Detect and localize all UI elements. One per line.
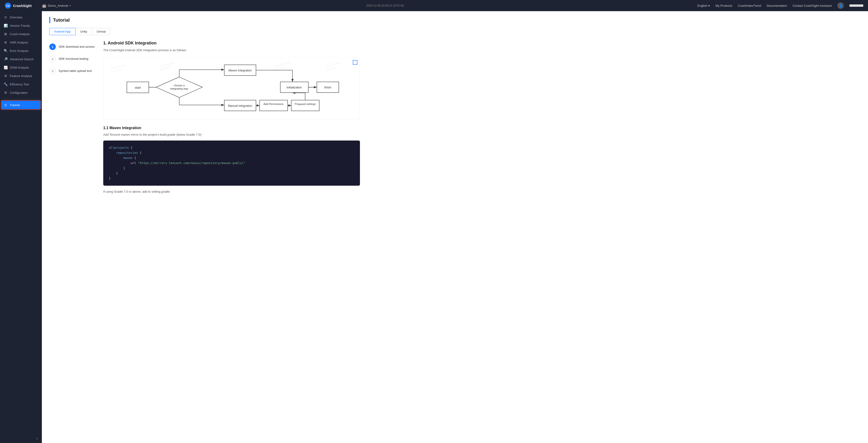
- error-analysis-icon: 🔍: [4, 49, 7, 53]
- header-nav-links: English ▾ My Products CrashIndexTrend Do…: [697, 2, 863, 9]
- sidebar-item-version-trends[interactable]: 📊 Version Trends: [0, 21, 42, 30]
- my-products-link[interactable]: My Products: [715, 4, 732, 7]
- svg-rect-21: [259, 100, 287, 111]
- code-block-maven: allprojects { repositories { maven { url…: [103, 141, 360, 186]
- svg-rect-4: [353, 60, 357, 64]
- sidebar-item-feature-analysis[interactable]: ⚙ Feature Analysis: [0, 72, 42, 80]
- step-3-circle: 3: [49, 68, 56, 74]
- svg-text:Add Permissions: Add Permissions: [264, 102, 284, 106]
- crash-index-trend-link[interactable]: CrashIndexTrend: [738, 4, 761, 7]
- tab-android-app[interactable]: Android App: [49, 28, 75, 35]
- user-icon: 👤: [839, 4, 843, 7]
- documentation-link[interactable]: Documentation: [767, 4, 787, 7]
- logo-area: CS CrashSight: [5, 2, 32, 9]
- project-selector[interactable]: 🤖 Demo_Android ▾: [40, 3, 73, 9]
- below-code-text: If using Gradle 7.0 or above, add to set…: [103, 189, 360, 194]
- svg-text:finish: finish: [324, 86, 331, 89]
- android-icon: 🤖: [42, 3, 46, 8]
- sidebar-item-label: Advanced Search: [10, 57, 34, 61]
- sidebar-item-advanced-search[interactable]: 🔎 Advanced Search: [0, 55, 42, 63]
- step-2-circle: 2: [49, 56, 56, 62]
- flowchart-container: qingtianma(16353) qingtianma(16353) qing…: [103, 57, 360, 119]
- content-area: Tutorial Android App Unity Unreal 1: [42, 11, 868, 443]
- step-2-label: SDK functional testing: [59, 56, 88, 61]
- timestamp: 2023-12-08 10:28:21 (UTC+8): [78, 4, 693, 7]
- sidebar-item-crash-analysis[interactable]: ⊠ Crash Analysis: [0, 30, 42, 38]
- tabs-bar: Android App Unity Unreal: [49, 28, 360, 35]
- sidebar-item-label: Efficiency Tool: [10, 83, 29, 86]
- feature-analysis-icon: ⚙: [4, 74, 7, 78]
- section1-desc: The CrashSight Android SDK integration p…: [103, 48, 360, 53]
- configuration-icon: ⚙: [4, 91, 7, 94]
- svg-text:integrating way: integrating way: [170, 87, 188, 90]
- sidebar-item-oom-analysis[interactable]: 📈 OOM Analysis: [0, 63, 42, 72]
- sidebar-item-configuration[interactable]: ⚙ Configuration: [0, 88, 42, 97]
- sidebar-item-anr-analysis[interactable]: ⊗ ANR Analysis: [0, 38, 42, 47]
- sidebar-item-label: ANR Analysis: [10, 41, 28, 44]
- version-trends-icon: 📊: [4, 24, 7, 27]
- project-name: Demo_Android: [48, 4, 68, 7]
- svg-text:Manual Integration: Manual Integration: [228, 104, 252, 107]
- logo-text: CrashSight: [13, 4, 32, 8]
- step-1-circle: 1: [49, 43, 56, 50]
- sidebar-item-label: Error Analysis: [10, 49, 28, 53]
- contact-assistant-link[interactable]: Contact CrashSight Assistant: [793, 4, 832, 7]
- step-1[interactable]: 1 SDK download and access: [49, 41, 96, 53]
- step-3[interactable]: 3 Symbol table upload tool: [49, 65, 96, 77]
- sidebar-item-tutorial[interactable]: ⊙ Tutorial: [1, 101, 40, 109]
- svg-rect-24: [291, 100, 319, 111]
- tutorial-content: 1 SDK download and access 2 SDK function…: [49, 41, 360, 199]
- svg-text:Maven Integration: Maven Integration: [228, 69, 252, 72]
- flowchart-svg: start choose a integrating way: [108, 62, 355, 114]
- step-3-label: Symbol table upload tool: [59, 68, 92, 73]
- sidebar-item-label: Tutorial: [10, 103, 20, 107]
- sidebar-item-error-analysis[interactable]: 🔍 Error Analysis: [0, 47, 42, 55]
- sidebar-collapse-button[interactable]: K: [0, 434, 42, 443]
- page-title-bar: Tutorial: [49, 17, 360, 23]
- sidebar-item-label: Feature Analysis: [10, 74, 32, 78]
- sidebar-item-efficiency-tool[interactable]: 🔧 Efficiency Tool: [0, 80, 42, 88]
- subsection1-title: 1.1 Maven Integration: [103, 126, 360, 130]
- page-title: Tutorial: [53, 18, 70, 23]
- sidebar-item-label: Overview: [10, 16, 22, 19]
- anr-analysis-icon: ⊗: [4, 40, 7, 44]
- tab-unreal[interactable]: Unreal: [92, 28, 110, 35]
- step-1-label: SDK download and access: [59, 43, 95, 49]
- sidebar-item-label: Crash Analysis: [10, 32, 30, 36]
- top-header: CS CrashSight 🤖 Demo_Android ▾ 2023-12-0…: [0, 0, 868, 11]
- svg-text:CS: CS: [6, 4, 9, 7]
- svg-text:start: start: [135, 86, 141, 89]
- tutorial-main: 1. Android SDK Integration The CrashSigh…: [103, 41, 360, 199]
- sidebar-item-label: Configuration: [10, 91, 28, 94]
- overview-icon: ⊙: [4, 16, 7, 19]
- sidebar: ⊙ Overview 📊 Version Trends ⊠ Crash Anal…: [0, 11, 42, 443]
- user-label: [849, 4, 863, 7]
- sidebar-item-label: OOM Analysis: [10, 66, 29, 69]
- crashsight-logo-icon: CS: [5, 2, 11, 9]
- oom-analysis-icon: 📈: [4, 66, 7, 69]
- language-selector[interactable]: English ▾: [697, 4, 710, 7]
- tutorial-icon: ⊙: [4, 103, 7, 107]
- svg-text:Initialization: Initialization: [286, 86, 302, 89]
- sidebar-nav: ⊙ Overview 📊 Version Trends ⊠ Crash Anal…: [0, 11, 42, 434]
- tab-unity[interactable]: Unity: [75, 28, 92, 35]
- subsection1-desc: Add Tencent maven mirror to the project'…: [103, 132, 360, 137]
- sidebar-item-label: Version Trends: [10, 24, 30, 27]
- sidebar-item-overview[interactable]: ⊙ Overview: [0, 13, 42, 21]
- section1-title: 1. Android SDK Integration: [103, 41, 360, 46]
- svg-text:Proguard settings: Proguard settings: [294, 102, 316, 106]
- red-arrow: [0, 97, 1, 107]
- user-avatar[interactable]: 👤: [837, 2, 844, 9]
- title-border-accent: [49, 17, 50, 23]
- project-dropdown-icon: ▾: [69, 4, 71, 7]
- step-2[interactable]: 2 SDK functional testing: [49, 53, 96, 65]
- steps-panel: 1 SDK download and access 2 SDK function…: [49, 41, 96, 199]
- fullscreen-icon[interactable]: [353, 60, 358, 66]
- svg-text:choose a: choose a: [174, 84, 185, 87]
- efficiency-tool-icon: 🔧: [4, 82, 7, 86]
- collapse-icon: K: [36, 437, 38, 440]
- advanced-search-icon: 🔎: [4, 57, 7, 61]
- crash-analysis-icon: ⊠: [4, 32, 7, 36]
